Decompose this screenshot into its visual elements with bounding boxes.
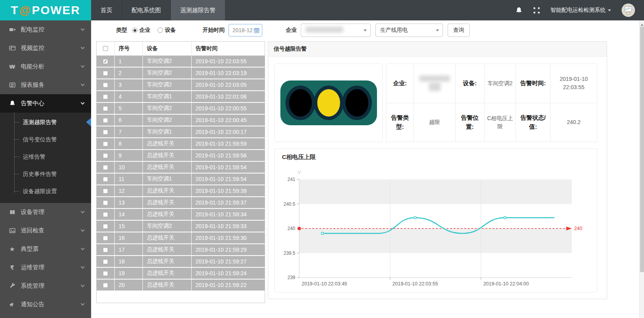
table-row[interactable]: 3车间空调22019-01-10 22:03:05 — [97, 79, 265, 90]
cell-no: 7 — [115, 126, 143, 137]
sidebar-item-label: 告警中心 — [21, 100, 44, 107]
sidebar-item[interactable]: 巡回检查 — [0, 221, 91, 240]
select-all-checkbox[interactable] — [103, 46, 108, 51]
avatar[interactable] — [621, 3, 635, 17]
column-header-time: 告警时间 — [192, 42, 265, 55]
enterprise-select[interactable] — [301, 24, 371, 37]
sidebar-item-label: 报表服务 — [21, 81, 44, 89]
sidebar-item[interactable]: ★典型票 — [0, 240, 91, 258]
table-row[interactable]: 10总进线开关2019-01-10 21:59:54 — [97, 162, 265, 173]
nav-tab[interactable]: 首页 — [91, 0, 122, 20]
fullscreen-icon[interactable] — [533, 7, 540, 14]
scrollbar-thumb[interactable] — [640, 27, 644, 272]
row-checkbox[interactable] — [103, 259, 108, 264]
table-row[interactable]: 5车间空调22019-01-10 22:00:55 — [97, 103, 265, 114]
radio-device[interactable]: 设备 — [157, 27, 176, 34]
table-row[interactable]: ✓1车间空调22019-01-10 22:03:55 — [97, 56, 265, 67]
table-row[interactable]: 8总进线开关2019-01-10 21:59:59 — [97, 138, 265, 149]
cell-device: 车间空调1 — [143, 174, 192, 185]
table-row[interactable]: 7车间空调12019-01-10 22:00:17 — [97, 126, 265, 137]
search-button[interactable]: 查询 — [448, 24, 470, 37]
row-checkbox[interactable] — [103, 82, 108, 88]
top-header: T@POWER 首页配电系统图遥测越限告警 智能配电运检检测系统 — [0, 0, 644, 20]
table-row[interactable]: 16总进线开关2019-01-10 21:59:30 — [97, 232, 265, 243]
detail-panel: 信号越限告警 企业:设备:车间空调2告警时间:2019-01-10 22:03:… — [268, 41, 607, 299]
sidebar-item[interactable]: 设备管理 — [0, 203, 91, 221]
row-checkbox[interactable] — [103, 177, 108, 182]
row-checkbox[interactable] — [103, 188, 108, 194]
table-row[interactable]: 12总进线开关2019-01-10 21:59:39 — [97, 185, 265, 196]
sidebar-item-label: 典型票 — [21, 245, 38, 253]
row-checkbox[interactable] — [103, 236, 108, 241]
row-checkbox[interactable] — [103, 247, 108, 252]
row-checkbox[interactable] — [103, 71, 108, 76]
row-checkbox[interactable] — [103, 165, 108, 170]
table-row[interactable]: 9总进线开关2019-01-10 21:59:56 — [97, 150, 265, 161]
film-icon — [9, 45, 16, 52]
table-row[interactable]: 6车间空调22019-01-10 22:00:45 — [97, 115, 265, 126]
row-checkbox[interactable] — [103, 224, 108, 229]
table-row[interactable]: 2车间空调22019-01-10 22:03:19 — [97, 68, 265, 79]
nav-tab[interactable]: 配电系统图 — [122, 0, 170, 20]
sidebar-subitem[interactable]: 历史事件告警 — [0, 165, 91, 183]
table-row[interactable]: 4车间空调12019-01-10 22:01:06 — [97, 91, 265, 102]
header-actions: 智能配电运检检测系统 — [515, 0, 644, 20]
bell-icon[interactable] — [515, 7, 523, 14]
line-type-select[interactable]: 生产线用电 — [375, 24, 443, 37]
cell-no: 9 — [115, 150, 143, 161]
row-checkbox[interactable] — [103, 200, 108, 205]
sidebar-item[interactable]: 配电监控 — [0, 20, 91, 39]
start-time-input[interactable]: 2018-12 — [229, 24, 262, 37]
table-row[interactable]: 17总进线开关2019-01-10 21:59:29 — [97, 244, 265, 255]
sidebar-item[interactable]: 报表服务 — [0, 76, 91, 94]
sidebar-subitem[interactable]: 遥测越限告警 — [0, 113, 91, 131]
sidebar-item[interactable]: 系统管理 — [0, 277, 91, 295]
table-row[interactable]: 13总进线开关2019-01-10 21:59:37 — [97, 197, 265, 208]
cell-no: 18 — [115, 256, 143, 267]
nav-tab[interactable]: 遥测越限告警 — [170, 0, 225, 20]
sidebar-subitem[interactable]: 运维告警 — [0, 148, 91, 165]
table-row[interactable]: 14总进线开关2019-01-10 21:59:34 — [97, 209, 265, 220]
cell-time: 2019-01-10 22:00:45 — [192, 115, 265, 126]
row-checkbox[interactable] — [103, 106, 108, 111]
row-checkbox[interactable] — [103, 271, 108, 276]
table-row[interactable]: 18总进线开关2019-01-10 21:59:27 — [97, 256, 265, 267]
sidebar-subitem-label: 设备越限设置 — [23, 188, 57, 195]
row-checkbox[interactable]: ✓ — [103, 59, 108, 64]
sidebar-item[interactable]: 通知公告 — [0, 295, 91, 314]
row-checkbox[interactable] — [103, 212, 108, 217]
scrollbar-up-arrow[interactable] — [640, 22, 644, 26]
system-title-menu[interactable]: 智能配电运检检测系统 — [551, 7, 611, 14]
sidebar-item[interactable]: ₹运维管理 — [0, 258, 91, 277]
system-title-label: 智能配电运检检测系统 — [551, 7, 606, 14]
table-row[interactable]: 19总进线开关2019-01-10 21:59:24 — [97, 268, 265, 279]
row-checkbox[interactable] — [103, 94, 108, 99]
sidebar-item[interactable]: 告警中心 — [0, 94, 91, 113]
row-checkbox[interactable] — [103, 153, 108, 158]
sidebar-subitem[interactable]: 信号变位告警 — [0, 131, 91, 148]
main-content: 类型 企业 设备 开始时间 2018-12 企业 生产线用电 — [91, 20, 639, 318]
active-indicator-arrow-icon — [86, 118, 91, 126]
split-area-band — [299, 228, 572, 253]
table-row[interactable]: 20总进线开关2019-01-10 21:59:22 — [97, 280, 265, 291]
table-row[interactable]: 15车间空调22019-01-10 21:59:33 — [97, 221, 265, 232]
cell-no: 3 — [115, 79, 143, 90]
radio-enterprise[interactable]: 企业 — [132, 27, 150, 34]
cell-no: 4 — [115, 91, 143, 102]
row-checkbox[interactable] — [103, 130, 108, 135]
traffic-lamp-right — [342, 86, 372, 120]
cell-device: 总进线开关 — [143, 209, 192, 220]
row-checkbox[interactable] — [103, 118, 108, 123]
cell-device: 总进线开关 — [143, 162, 192, 173]
traffic-lamp-middle-on — [314, 86, 344, 120]
sidebar-item[interactable]: ₩电能分析 — [0, 57, 91, 76]
row-checkbox[interactable] — [103, 141, 108, 146]
cell-time: 2019-01-10 22:00:17 — [192, 126, 265, 137]
sidebar-subitem[interactable]: 设备越限设置 — [0, 183, 91, 200]
filter-bar: 类型 企业 设备 开始时间 2018-12 企业 生产线用电 — [91, 20, 639, 40]
row-checkbox[interactable] — [103, 283, 108, 288]
sidebar-item[interactable]: 视频监控 — [0, 39, 91, 57]
brand-logo[interactable]: T@POWER — [0, 0, 91, 20]
sidebar-item-label: 系统管理 — [21, 282, 44, 290]
table-row[interactable]: 11车间空调12019-01-10 21:59:54 — [97, 174, 265, 185]
